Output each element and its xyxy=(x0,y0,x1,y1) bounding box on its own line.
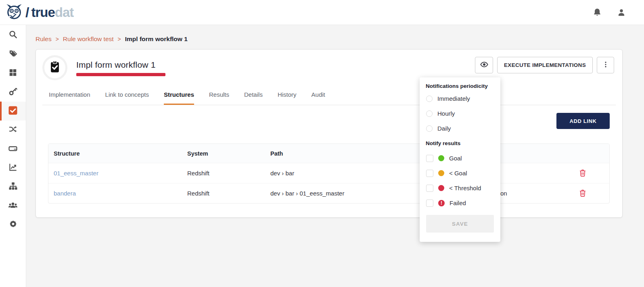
sidebar-item-settings[interactable] xyxy=(0,215,26,234)
preview-eye-button[interactable] xyxy=(475,57,493,73)
shuffle-icon xyxy=(8,125,18,135)
eye-icon xyxy=(480,60,489,71)
radio-unchecked-icon[interactable] xyxy=(426,125,433,132)
notify-result-below-threshold[interactable]: < Threshold xyxy=(420,181,500,195)
radio-unchecked-icon[interactable] xyxy=(426,110,433,117)
logo-text: truedat xyxy=(31,6,73,19)
tab-results[interactable]: Results xyxy=(209,91,229,105)
tab-audit[interactable]: Audit xyxy=(312,91,325,105)
breadcrumb-current-page: Impl form workflow 1 xyxy=(125,35,188,43)
title-block: Impl form workflow 1 xyxy=(76,55,165,80)
column-header-structure: Structure xyxy=(48,150,182,157)
option-label: Hourly xyxy=(437,110,455,117)
tab-structures[interactable]: Structures xyxy=(164,91,194,105)
tab-details[interactable]: Details xyxy=(244,91,263,105)
rule-detail-card: Impl form workflow 1 EXECUTE IMPLEMENTAT… xyxy=(36,49,623,218)
structure-link[interactable]: bandera xyxy=(54,190,76,197)
check-square-icon xyxy=(8,106,18,117)
option-label: Daily xyxy=(437,125,451,132)
users-group-icon xyxy=(8,200,18,212)
checkbox-unchecked-icon[interactable] xyxy=(426,170,433,177)
checkbox-unchecked-icon[interactable] xyxy=(426,185,433,192)
tab-implementation[interactable]: Implementation xyxy=(49,91,90,105)
grid-icon xyxy=(8,68,17,79)
breadcrumb-link-rule-workflow-test[interactable]: Rule workflow test xyxy=(63,35,114,43)
breadcrumb-separator: > xyxy=(118,36,121,42)
trash-icon xyxy=(578,193,587,199)
top-header: / truedat xyxy=(0,0,644,25)
sidebar-item-tags[interactable] xyxy=(0,45,26,64)
notify-result-goal[interactable]: Goal xyxy=(420,151,500,166)
partially-hidden-cell-text: on xyxy=(495,190,556,197)
structure-link[interactable]: 01_eess_master xyxy=(54,170,98,177)
red-dot-icon xyxy=(438,185,444,191)
table-row: bandera Redshift dev › bar › 01_eess_mas… xyxy=(48,183,609,203)
sidebar-item-shuffle[interactable] xyxy=(0,121,26,139)
card-header: Impl form workflow 1 xyxy=(42,55,165,80)
logo-text-secondary: dat xyxy=(55,5,74,20)
tab-history[interactable]: History xyxy=(278,91,297,105)
notify-result-below-goal[interactable]: < Goal xyxy=(420,166,500,181)
header-actions xyxy=(592,8,626,17)
line-chart-icon xyxy=(8,162,18,173)
radio-unchecked-icon[interactable] xyxy=(426,96,433,102)
sidebar-item-key[interactable] xyxy=(0,83,26,102)
table-row: 01_eess_master Redshift dev › bar xyxy=(48,163,609,183)
notifications-bell-icon[interactable] xyxy=(592,8,602,17)
sidebar-item-quality[interactable] xyxy=(0,102,26,121)
title-underline-bar xyxy=(76,73,165,76)
page-title: Impl form workflow 1 xyxy=(76,60,165,70)
owl-logo-icon xyxy=(6,4,23,21)
sidebar-item-grid[interactable] xyxy=(0,64,26,83)
exclamation-circle-icon: ! xyxy=(438,200,445,206)
add-link-button[interactable]: ADD LINK xyxy=(556,113,610,129)
more-options-kebab-button[interactable] xyxy=(597,57,614,73)
checkbox-unchecked-icon[interactable] xyxy=(426,155,433,162)
hierarchy-sitemap-icon xyxy=(8,181,18,192)
periodicity-option-hourly[interactable]: Hourly xyxy=(420,106,500,121)
option-label: Failed xyxy=(450,200,466,206)
notifications-popup: Notifications periodicity Immediately Ho… xyxy=(420,77,500,242)
detail-tabs: Implementation Link to concepts Structur… xyxy=(42,91,616,105)
logo-text-primary: true xyxy=(31,5,54,20)
yellow-dot-icon xyxy=(438,170,444,176)
checkbox-unchecked-icon[interactable] xyxy=(426,200,433,207)
execute-implementations-button[interactable]: EXECUTE IMPLEMENTATIONS xyxy=(497,57,593,73)
notify-result-failed[interactable]: ! Failed xyxy=(420,195,500,210)
left-sidebar xyxy=(0,25,26,287)
notify-results-title: Notify results xyxy=(420,136,500,151)
structures-table: Structure System Path 01_eess_master Red… xyxy=(48,144,610,204)
sidebar-item-chart[interactable] xyxy=(0,158,26,177)
logo-slash: / xyxy=(25,4,29,20)
notifications-periodicity-title: Notifications periodicity xyxy=(420,81,500,91)
key-icon xyxy=(8,87,18,98)
breadcrumb-separator: > xyxy=(56,36,59,42)
system-cell: Redshift xyxy=(182,170,265,177)
sidebar-item-search[interactable] xyxy=(0,26,26,45)
truedat-logo[interactable]: / truedat xyxy=(6,4,73,21)
sidebar-item-users[interactable] xyxy=(0,196,26,215)
clipboard-check-icon xyxy=(48,60,62,75)
trash-icon xyxy=(578,173,587,179)
card-actions: EXECUTE IMPLEMENTATIONS xyxy=(475,57,614,73)
option-label: < Goal xyxy=(449,170,467,177)
option-label: Immediately xyxy=(437,95,470,102)
user-profile-icon[interactable] xyxy=(617,8,626,17)
kebab-menu-icon xyxy=(602,60,610,70)
sidebar-item-hierarchy[interactable] xyxy=(0,177,26,196)
delete-link-button[interactable] xyxy=(578,189,588,198)
system-cell: Redshift xyxy=(182,190,265,197)
tab-link-to-concepts[interactable]: Link to concepts xyxy=(105,91,149,105)
periodicity-option-daily[interactable]: Daily xyxy=(420,121,500,136)
delete-link-button[interactable] xyxy=(578,168,588,178)
breadcrumb-link-rules[interactable]: Rules xyxy=(36,35,52,43)
periodicity-option-immediately[interactable]: Immediately xyxy=(420,91,500,106)
green-dot-icon xyxy=(438,155,444,161)
storage-drive-icon xyxy=(8,144,18,155)
rule-avatar xyxy=(42,55,67,80)
save-button[interactable]: SAVE xyxy=(426,215,494,233)
table-header-row: Structure System Path xyxy=(48,144,609,163)
column-header-system: System xyxy=(182,150,265,157)
tags-icon xyxy=(8,49,18,60)
sidebar-item-storage[interactable] xyxy=(0,139,26,158)
